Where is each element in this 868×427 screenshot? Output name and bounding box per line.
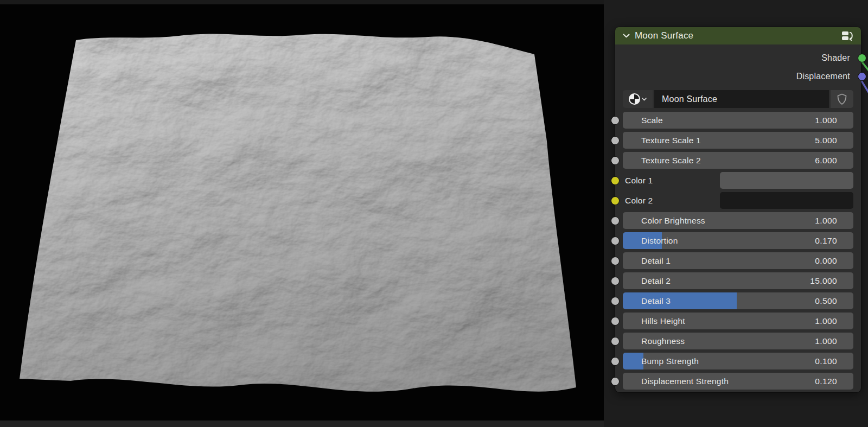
collapse-chevron-icon[interactable] [623, 34, 630, 38]
param-row-distortion: Distortion0.170 [623, 232, 853, 249]
browse-nodegroup-button[interactable] [623, 90, 653, 108]
slider-label: Detail 1 [641, 256, 671, 266]
gray-input-socket[interactable] [611, 237, 620, 245]
slider-displacement-strength[interactable]: Displacement Strength0.120 [623, 373, 853, 390]
blender-window: Moon Surface Shader Displacement [0, 0, 868, 427]
yellow-input-socket[interactable] [611, 176, 620, 185]
viewport-top-strip [0, 0, 604, 4]
slider-label: Texture Scale 1 [641, 136, 701, 145]
param-row-bump-strength: Bump Strength0.100 [623, 353, 853, 369]
gray-input-socket[interactable] [611, 116, 620, 125]
nodegroup-name-field[interactable]: Moon Surface [654, 90, 829, 108]
slider-texture-scale-1[interactable]: Texture Scale 15.000 [623, 132, 853, 149]
gray-input-socket[interactable] [611, 277, 620, 285]
output-row-shader: Shader [615, 49, 850, 67]
node-header[interactable]: Moon Surface [615, 27, 861, 44]
gray-input-socket[interactable] [611, 257, 620, 265]
slider-label: Detail 3 [641, 296, 671, 306]
slider-label: Bump Strength [641, 356, 699, 366]
slider-value: 5.000 [815, 136, 837, 145]
viewport-bottom-strip [0, 420, 604, 427]
slider-detail-1[interactable]: Detail 10.000 [623, 252, 853, 269]
slider-distortion[interactable]: Distortion0.170 [623, 232, 853, 249]
gray-input-socket[interactable] [611, 216, 620, 225]
slider-bump-strength[interactable]: Bump Strength0.100 [623, 353, 853, 369]
param-row-detail-1: Detail 10.000 [623, 252, 853, 269]
color-swatch-color-1[interactable] [720, 172, 853, 189]
yellow-input-socket[interactable] [611, 196, 620, 205]
gray-input-socket[interactable] [611, 297, 620, 305]
slider-value: 0.120 [815, 377, 837, 386]
node-outputs: Shader Displacement [615, 44, 861, 86]
render-viewport[interactable] [0, 0, 604, 427]
param-row-color-1: Color 1 [623, 172, 853, 189]
slider-value: 1.000 [815, 336, 837, 346]
gray-input-socket[interactable] [611, 136, 620, 145]
slider-texture-scale-2[interactable]: Texture Scale 26.000 [623, 152, 853, 169]
slider-value: 0.170 [815, 236, 837, 246]
slider-fill [623, 353, 643, 369]
slider-label: Texture Scale 2 [641, 156, 701, 165]
slider-label: Scale [641, 116, 663, 125]
slider-value: 0.500 [815, 296, 837, 306]
param-row-texture-scale-2: Texture Scale 26.000 [623, 152, 853, 169]
shield-icon [836, 93, 848, 106]
slider-detail-3[interactable]: Detail 30.500 [623, 292, 853, 309]
slider-label: Hills Height [641, 316, 685, 326]
material-sphere-icon [629, 93, 640, 105]
color-input-label: Color 1 [625, 176, 653, 186]
slider-label: Distortion [641, 236, 678, 246]
slider-scale[interactable]: Scale1.000 [623, 112, 853, 129]
node-group-icon [841, 30, 854, 41]
slider-value: 1.000 [815, 216, 837, 226]
slider-value: 0.100 [815, 356, 837, 366]
param-row-texture-scale-1: Texture Scale 15.000 [623, 132, 853, 149]
param-row-displacement-strength: Displacement Strength0.120 [623, 373, 853, 390]
slider-hills-height[interactable]: Hills Height1.000 [623, 313, 853, 329]
slider-label: Roughness [641, 336, 685, 346]
param-row-detail-3: Detail 30.500 [623, 292, 853, 309]
slider-fill [623, 292, 737, 309]
param-row-color-brightness: Color Brightness1.000 [623, 212, 853, 229]
param-row-roughness: Roughness1.000 [623, 333, 853, 349]
slider-value: 1.000 [815, 116, 837, 125]
displacement-output-socket[interactable] [858, 72, 866, 81]
fake-user-button[interactable] [831, 90, 853, 108]
slider-label: Displacement Strength [641, 377, 729, 386]
displacement-output-label: Displacement [796, 72, 850, 81]
shader-output-label: Shader [821, 53, 850, 63]
gray-input-socket[interactable] [611, 357, 620, 366]
slider-label: Color Brightness [641, 216, 705, 226]
moon-terrain-render [0, 0, 604, 427]
slider-roughness[interactable]: Roughness1.000 [623, 333, 853, 349]
parameter-rows: Scale1.000Texture Scale 15.000Texture Sc… [623, 112, 853, 390]
slider-value: 1.000 [815, 316, 837, 326]
slider-value: 15.000 [810, 276, 837, 286]
slider-value: 6.000 [815, 156, 837, 165]
gray-input-socket[interactable] [611, 156, 620, 165]
shader-node-editor[interactable]: Moon Surface Shader Displacement [604, 0, 868, 427]
param-row-color-2: Color 2 [623, 192, 853, 209]
gray-input-socket[interactable] [611, 317, 620, 326]
shader-output-socket[interactable] [858, 54, 866, 62]
param-row-hills-height: Hills Height1.000 [623, 313, 853, 329]
gray-input-socket[interactable] [611, 337, 620, 346]
node-title: Moon Surface [635, 30, 841, 41]
slider-label: Detail 2 [641, 276, 671, 286]
output-row-displacement: Displacement [615, 67, 850, 86]
slider-detail-2[interactable]: Detail 215.000 [623, 272, 853, 289]
chevron-down-icon [642, 98, 647, 101]
slider-value: 0.000 [815, 256, 837, 266]
slider-color-brightness[interactable]: Color Brightness1.000 [623, 212, 853, 229]
param-row-detail-2: Detail 215.000 [623, 272, 853, 289]
moon-surface-node-group[interactable]: Moon Surface Shader Displacement [615, 27, 861, 392]
node-group-selector: Moon Surface [623, 90, 853, 108]
color-input-label: Color 2 [625, 196, 653, 206]
color-swatch-color-2[interactable] [720, 192, 853, 209]
gray-input-socket[interactable] [611, 377, 620, 386]
param-row-scale: Scale1.000 [623, 112, 853, 129]
